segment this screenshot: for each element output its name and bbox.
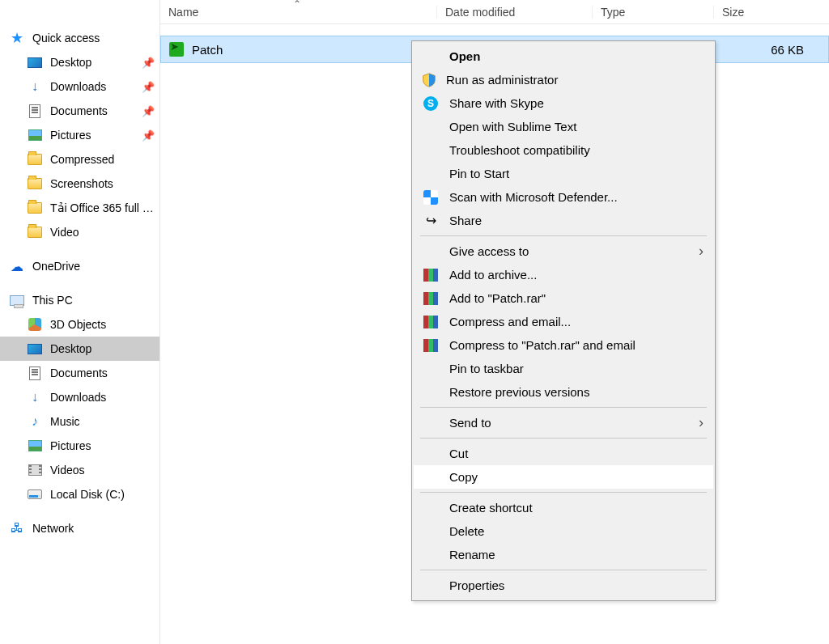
pin-icon: 📌 — [142, 105, 155, 117]
menu-pin-taskbar[interactable]: Pin to taskbar — [414, 357, 713, 380]
context-menu: Open Run as administrator S Share with S… — [411, 40, 716, 601]
nav-quick-access[interactable]: ★ Quick access — [0, 26, 159, 50]
this-pc-icon — [10, 293, 24, 307]
application-icon — [169, 42, 184, 57]
nav-label: Video — [50, 226, 155, 239]
sort-caret-icon: ⌃ — [293, 0, 301, 10]
nav-screenshots[interactable]: Screenshots — [0, 172, 159, 196]
pin-icon: 📌 — [142, 81, 155, 93]
menu-label: Run as administrator — [446, 73, 558, 87]
menu-label: Send to — [449, 416, 491, 430]
desktop-icon — [28, 55, 42, 70]
menu-troubleshoot[interactable]: Troubleshoot compatibility — [414, 138, 713, 162]
disk-icon — [28, 487, 42, 502]
nav-local-disk-c[interactable]: Local Disk (C:) — [0, 482, 159, 506]
menu-label: Delete — [449, 524, 484, 538]
menu-properties[interactable]: Properties — [414, 574, 713, 597]
menu-copy[interactable]: Copy — [414, 465, 713, 489]
menu-label: Scan with Microsoft Defender... — [449, 190, 618, 204]
nav-tai-office[interactable]: Tải Office 365 full crack — [0, 196, 159, 220]
nav-video[interactable]: Video — [0, 220, 159, 244]
menu-label: Add to "Patch.rar" — [449, 291, 546, 305]
nav-desktop-pc[interactable]: Desktop — [0, 337, 159, 361]
separator — [420, 570, 707, 570]
separator — [420, 492, 707, 493]
menu-give-access[interactable]: Give access to › — [414, 239, 713, 263]
menu-delete[interactable]: Delete — [414, 519, 713, 543]
nav-music[interactable]: ♪ Music — [0, 409, 159, 434]
menu-label: Compress to "Patch.rar" and email — [449, 338, 636, 352]
column-date[interactable]: Date modified — [437, 6, 593, 19]
nav-downloads-pc[interactable]: ↓ Downloads — [0, 385, 159, 409]
archive-icon — [422, 292, 440, 305]
nav-label: Desktop — [50, 342, 155, 355]
explorer-window: ★ Quick access Desktop 📌 ↓ Downloads 📌 D… — [0, 0, 829, 644]
nav-this-pc[interactable]: This PC — [0, 288, 159, 312]
menu-open[interactable]: Open — [414, 44, 713, 68]
menu-rename[interactable]: Rename — [414, 543, 713, 566]
menu-open-sublime[interactable]: Open with Sublime Text — [414, 115, 713, 138]
folder-icon — [28, 152, 42, 167]
nav-label: Quick access — [32, 32, 155, 44]
pin-icon: 📌 — [142, 57, 155, 69]
nav-label: Pictures — [50, 439, 155, 452]
folder-icon — [28, 225, 42, 239]
cloud-icon: ☁ — [10, 259, 24, 273]
menu-send-to[interactable]: Send to › — [414, 411, 713, 434]
nav-compressed[interactable]: Compressed — [0, 147, 159, 172]
nav-videos[interactable]: Videos — [0, 458, 159, 482]
archive-icon — [422, 316, 440, 328]
pictures-icon — [28, 439, 42, 453]
chevron-right-icon: › — [699, 414, 704, 431]
menu-share[interactable]: ↪ Share — [414, 209, 713, 232]
nav-label: Music — [50, 415, 155, 428]
nav-documents[interactable]: Documents 📌 — [0, 99, 159, 123]
navigation-pane: ★ Quick access Desktop 📌 ↓ Downloads 📌 D… — [0, 0, 160, 644]
column-size[interactable]: Size — [714, 6, 829, 19]
nav-network[interactable]: 🖧 Network — [0, 516, 159, 540]
music-icon: ♪ — [28, 414, 42, 429]
nav-pictures[interactable]: Pictures 📌 — [0, 123, 159, 147]
nav-label: This PC — [32, 294, 155, 307]
menu-create-shortcut[interactable]: Create shortcut — [414, 496, 713, 519]
column-type[interactable]: Type — [593, 6, 714, 19]
menu-label: Restore previous versions — [449, 385, 589, 399]
menu-label: Create shortcut — [449, 501, 533, 515]
nav-pictures-pc[interactable]: Pictures — [0, 434, 159, 458]
nav-downloads[interactable]: ↓ Downloads 📌 — [0, 74, 159, 99]
menu-compress-patch-email[interactable]: Compress to "Patch.rar" and email — [414, 333, 713, 357]
nav-label: Network — [32, 522, 155, 535]
nav-onedrive[interactable]: ☁ OneDrive — [0, 254, 159, 278]
nav-label: Downloads — [50, 80, 134, 93]
menu-label: Properties — [449, 578, 504, 592]
shield-icon — [422, 73, 436, 87]
nav-label: Local Disk (C:) — [50, 488, 155, 501]
menu-cut[interactable]: Cut — [414, 442, 713, 465]
file-list-pane: ⌃ Name Date modified Type Size Patch App… — [160, 0, 829, 644]
defender-icon — [422, 190, 440, 205]
menu-compress-email[interactable]: Compress and email... — [414, 310, 713, 333]
menu-label: Pin to Start — [449, 167, 509, 180]
menu-defender-scan[interactable]: Scan with Microsoft Defender... — [414, 185, 713, 209]
menu-label: Copy — [449, 470, 478, 484]
nav-label: Screenshots — [50, 177, 155, 190]
menu-label: Compress and email... — [449, 315, 571, 328]
menu-restore-versions[interactable]: Restore previous versions — [414, 380, 713, 404]
nav-3d-objects[interactable]: 3D Objects — [0, 312, 159, 337]
documents-icon — [28, 104, 42, 118]
nav-desktop[interactable]: Desktop 📌 — [0, 50, 159, 74]
menu-pin-start[interactable]: Pin to Start — [414, 162, 713, 185]
pin-icon: 📌 — [142, 129, 155, 142]
separator — [420, 407, 707, 408]
nav-label: Documents — [50, 104, 134, 117]
menu-label: Open with Sublime Text — [449, 120, 576, 133]
videos-icon — [28, 463, 42, 477]
menu-run-as-admin[interactable]: Run as administrator — [414, 68, 713, 91]
menu-add-archive[interactable]: Add to archive... — [414, 263, 713, 286]
menu-share-skype[interactable]: S Share with Skype — [414, 91, 713, 115]
nav-label: Videos — [50, 464, 155, 477]
nav-label: Compressed — [50, 153, 155, 166]
nav-documents-pc[interactable]: Documents — [0, 361, 159, 385]
menu-add-patchrar[interactable]: Add to "Patch.rar" — [414, 286, 713, 310]
menu-label: Pin to taskbar — [449, 362, 524, 375]
